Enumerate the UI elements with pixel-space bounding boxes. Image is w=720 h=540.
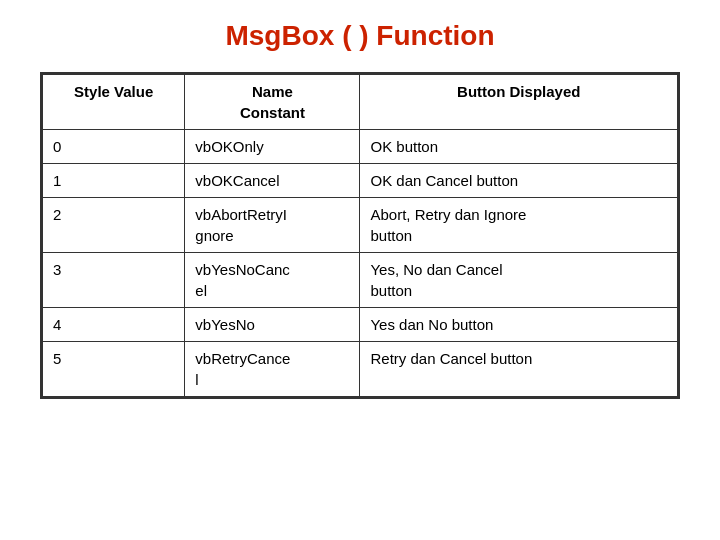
cell-style-value: 1 — [43, 164, 185, 198]
table-row: 2vbAbortRetryIgnoreAbort, Retry dan Igno… — [43, 198, 678, 253]
cell-button-displayed: Retry dan Cancel button — [360, 342, 678, 397]
cell-name-constant: vbYesNo — [185, 308, 360, 342]
table-row: 0vbOKOnlyOK button — [43, 130, 678, 164]
table-row: 5vbRetryCancelRetry dan Cancel button — [43, 342, 678, 397]
cell-style-value: 3 — [43, 253, 185, 308]
msgbox-table: Style Value NameConstant Button Displaye… — [42, 74, 678, 397]
cell-name-constant: vbOKOnly — [185, 130, 360, 164]
cell-style-value: 4 — [43, 308, 185, 342]
cell-button-displayed: Yes, No dan Cancelbutton — [360, 253, 678, 308]
cell-button-displayed: OK button — [360, 130, 678, 164]
table-row: 3vbYesNoCancelYes, No dan Cancelbutton — [43, 253, 678, 308]
cell-button-displayed: Abort, Retry dan Ignorebutton — [360, 198, 678, 253]
page-title: MsgBox ( ) Function — [225, 20, 494, 52]
header-button-displayed: Button Displayed — [360, 75, 678, 130]
cell-button-displayed: Yes dan No button — [360, 308, 678, 342]
header-style-value: Style Value — [43, 75, 185, 130]
cell-name-constant: vbRetryCancel — [185, 342, 360, 397]
table-row: 4vbYesNoYes dan No button — [43, 308, 678, 342]
table-row: 1vbOKCancelOK dan Cancel button — [43, 164, 678, 198]
cell-style-value: 5 — [43, 342, 185, 397]
header-name-constant: NameConstant — [185, 75, 360, 130]
cell-style-value: 0 — [43, 130, 185, 164]
cell-button-displayed: OK dan Cancel button — [360, 164, 678, 198]
cell-name-constant: vbYesNoCancel — [185, 253, 360, 308]
main-table-container: Style Value NameConstant Button Displaye… — [40, 72, 680, 399]
cell-name-constant: vbAbortRetryIgnore — [185, 198, 360, 253]
cell-style-value: 2 — [43, 198, 185, 253]
table-header-row: Style Value NameConstant Button Displaye… — [43, 75, 678, 130]
cell-name-constant: vbOKCancel — [185, 164, 360, 198]
